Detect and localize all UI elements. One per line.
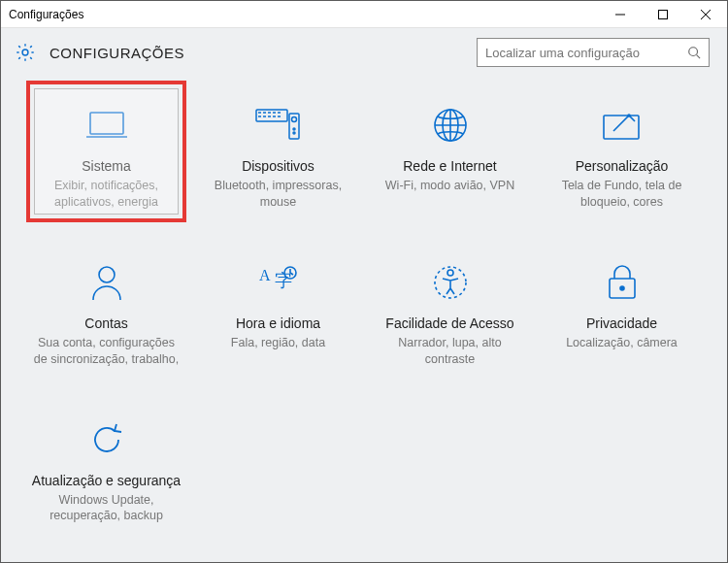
search-icon <box>687 46 701 59</box>
tile-title: Contas <box>84 315 127 331</box>
time-language-icon: A 字 <box>257 261 300 304</box>
search-box[interactable] <box>477 38 710 67</box>
close-icon <box>701 10 711 19</box>
tile-privacy[interactable]: Privacidade Localização, câmera <box>536 244 708 381</box>
settings-grid: Sistema Exibir, notificações, aplicativo… <box>1 77 727 547</box>
system-icon <box>84 104 129 147</box>
svg-text:字: 字 <box>275 271 292 290</box>
close-button[interactable] <box>684 1 727 27</box>
svg-rect-0 <box>659 10 668 18</box>
tile-ease-of-access[interactable]: Facilidade de Acesso Narrador, lupa, alt… <box>364 244 536 381</box>
tile-title: Facilidade de Acesso <box>385 315 513 331</box>
tile-desc: Wi-Fi, modo avião, VPN <box>385 178 514 194</box>
tile-desc: Sua conta, configurações de sincronizaçã… <box>30 335 182 368</box>
search-input[interactable] <box>485 46 687 60</box>
tile-title: Rede e Internet <box>403 158 497 174</box>
svg-point-8 <box>293 132 295 134</box>
lock-icon <box>606 261 639 304</box>
tile-title: Personalização <box>576 158 669 174</box>
tile-update-security[interactable]: Atualização e segurança Windows Update, … <box>20 401 192 539</box>
settings-window: Configurações CONFIGURAÇÕES <box>0 0 728 563</box>
svg-point-13 <box>99 267 115 282</box>
tile-accounts[interactable]: Contas Sua conta, configurações de sincr… <box>20 244 192 381</box>
svg-point-12 <box>628 115 630 116</box>
tile-time-language[interactable]: A 字 Hora e idioma Fala, região, data <box>192 244 364 381</box>
svg-text:A: A <box>259 267 271 283</box>
svg-point-1 <box>22 50 28 55</box>
page-title: CONFIGURAÇÕES <box>50 45 477 61</box>
globe-icon <box>431 104 470 147</box>
tile-desc: Narrador, lupa, alto contraste <box>374 335 526 368</box>
header: CONFIGURAÇÕES <box>1 28 727 77</box>
accounts-icon <box>89 261 124 304</box>
window-controls <box>599 1 727 27</box>
tile-devices[interactable]: Dispositivos Bluetooth, impressoras, mou… <box>192 86 364 224</box>
tile-desc: Tela de Fundo, tela de bloqueio, cores <box>546 178 698 211</box>
devices-icon <box>254 104 303 147</box>
svg-point-20 <box>620 286 624 290</box>
tile-title: Dispositivos <box>242 158 314 174</box>
tile-desc: Exibir, notificações, aplicativos, energ… <box>30 178 182 211</box>
tile-title: Privacidade <box>586 315 657 331</box>
svg-point-6 <box>291 117 296 122</box>
tile-personalization[interactable]: Personalização Tela de Fundo, tela de bl… <box>536 86 708 224</box>
minimize-icon <box>615 10 625 19</box>
svg-point-7 <box>293 128 295 130</box>
personalization-icon <box>600 104 645 147</box>
tile-desc: Fala, região, data <box>231 335 325 351</box>
svg-point-18 <box>447 270 453 276</box>
gear-icon <box>15 42 36 63</box>
tile-desc: Windows Update, recuperação, backup <box>30 492 182 525</box>
svg-rect-3 <box>90 113 123 134</box>
content-area: CONFIGURAÇÕES Sistema Exibir, notifica <box>1 28 727 562</box>
ease-of-access-icon <box>431 261 470 304</box>
tile-title: Atualização e segurança <box>32 473 181 488</box>
update-icon <box>87 418 126 461</box>
tile-desc: Localização, câmera <box>566 335 678 351</box>
svg-rect-4 <box>256 110 287 121</box>
titlebar: Configurações <box>1 1 727 28</box>
tile-system[interactable]: Sistema Exibir, notificações, aplicativo… <box>20 86 192 224</box>
maximize-icon <box>658 10 668 19</box>
minimize-button[interactable] <box>599 1 642 27</box>
svg-point-2 <box>689 48 698 56</box>
tile-network[interactable]: Rede e Internet Wi-Fi, modo avião, VPN <box>364 86 536 224</box>
tile-desc: Bluetooth, impressoras, mouse <box>202 178 354 211</box>
tile-title: Sistema <box>82 158 131 174</box>
maximize-button[interactable] <box>642 1 684 27</box>
tile-title: Hora e idioma <box>236 315 320 331</box>
window-title: Configurações <box>9 8 599 21</box>
